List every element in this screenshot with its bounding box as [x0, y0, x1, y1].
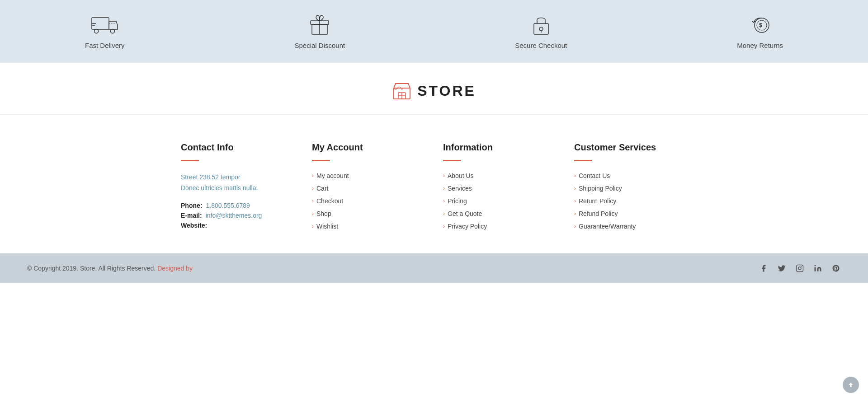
linkedin-icon[interactable]	[813, 263, 823, 273]
truck-icon	[91, 14, 118, 36]
services-link[interactable]: Services	[448, 185, 472, 192]
lock-icon	[528, 14, 555, 36]
phone-value: 1.800.555.6789	[206, 202, 250, 209]
designed-by-link[interactable]: Designed by	[157, 265, 193, 272]
privacy-policy-link[interactable]: Privacy Policy	[448, 223, 487, 230]
shop-link[interactable]: Shop	[316, 210, 331, 217]
svg-point-2	[110, 29, 114, 33]
get-a-quote-link[interactable]: Get a Quote	[448, 210, 482, 217]
facebook-icon[interactable]	[759, 263, 769, 273]
list-item: ›Pricing	[443, 197, 556, 205]
guarantee-warranty-link[interactable]: Guarantee/Warranty	[579, 223, 636, 230]
chevron-icon: ›	[312, 185, 314, 192]
feature-secure-checkout: Secure Checkout	[515, 14, 567, 49]
my-account-title: My Account	[312, 142, 425, 153]
list-item: ›Shipping Policy	[574, 185, 687, 192]
svg-point-20	[798, 267, 801, 270]
list-item: ›Refund Policy	[574, 210, 687, 217]
copyright-static: © Copyright 2019. Store. All Rights Rese…	[27, 265, 157, 272]
wishlist-link[interactable]: Wishlist	[316, 223, 338, 230]
information-links: ›About Us ›Services ›Pricing ›Get a Quot…	[443, 172, 556, 230]
money-returns-label: Money Returns	[737, 42, 783, 49]
contact-address: Street 238,52 tempor Donec ultricies mat…	[181, 172, 294, 194]
feature-money-returns: $ Money Returns	[737, 14, 783, 49]
return-policy-link[interactable]: Return Policy	[579, 197, 616, 205]
features-bar: Fast Delivery Special Discount Secure Ch…	[0, 0, 868, 63]
secure-checkout-label: Secure Checkout	[515, 42, 567, 49]
list-item: ›Get a Quote	[443, 210, 556, 217]
cart-link[interactable]: Cart	[316, 185, 328, 192]
twitter-icon[interactable]	[777, 263, 787, 273]
list-item: ›Services	[443, 185, 556, 192]
refund-policy-link[interactable]: Refund Policy	[579, 210, 618, 217]
chevron-icon: ›	[443, 210, 445, 217]
footer-inner: Contact Info Street 238,52 tempor Donec …	[163, 142, 705, 235]
checkout-link[interactable]: Checkout	[316, 197, 343, 205]
customer-services-links: ›Contact Us ›Shipping Policy ›Return Pol…	[574, 172, 687, 230]
contact-info-underline	[181, 160, 199, 161]
chevron-icon: ›	[574, 223, 576, 229]
chevron-icon: ›	[574, 198, 576, 204]
coins-icon: $	[746, 14, 774, 36]
footer-customer-services: Customer Services ›Contact Us ›Shipping …	[574, 142, 687, 235]
svg-rect-22	[815, 267, 816, 271]
email-label: E-mail:	[181, 212, 202, 219]
list-item: ›Wishlist	[312, 223, 425, 230]
information-underline	[443, 160, 461, 161]
feature-fast-delivery: Fast Delivery	[85, 14, 125, 49]
social-icons	[759, 263, 841, 273]
chevron-icon: ›	[312, 210, 314, 217]
my-account-underline	[312, 160, 330, 161]
list-item: ›Checkout	[312, 197, 425, 205]
chevron-icon: ›	[574, 210, 576, 217]
copyright-text: © Copyright 2019. Store. All Rights Rese…	[27, 265, 193, 272]
website-row: Website:	[181, 222, 294, 229]
contact-us-link[interactable]: Contact Us	[579, 172, 610, 179]
feature-special-discount: Special Discount	[295, 14, 345, 49]
information-title: Information	[443, 142, 556, 153]
my-account-link[interactable]: My account	[316, 172, 349, 179]
svg-point-1	[94, 29, 98, 33]
footer-my-account: My Account ›My account ›Cart ›Checkout ›…	[312, 142, 425, 235]
shipping-policy-link[interactable]: Shipping Policy	[579, 185, 622, 192]
list-item: ›Privacy Policy	[443, 223, 556, 230]
chevron-icon: ›	[443, 173, 445, 179]
logo[interactable]: STORE	[392, 81, 476, 101]
logo-section: STORE	[0, 63, 868, 115]
phone-label: Phone:	[181, 202, 202, 209]
svg-text:$: $	[759, 22, 762, 28]
logo-text: STORE	[417, 83, 476, 99]
pinterest-icon[interactable]	[831, 263, 841, 273]
address-line2: Donec ultricies mattis nulla.	[181, 184, 258, 192]
footer-information: Information ›About Us ›Services ›Pricing…	[443, 142, 556, 235]
chevron-icon: ›	[312, 173, 314, 179]
svg-point-23	[815, 265, 816, 266]
list-item: ›About Us	[443, 172, 556, 179]
list-item: ›Cart	[312, 185, 425, 192]
contact-info-title: Contact Info	[181, 142, 294, 153]
bottom-bar: © Copyright 2019. Store. All Rights Rese…	[0, 253, 868, 283]
chevron-icon: ›	[443, 223, 445, 229]
address-line1: Street 238,52 tempor	[181, 173, 241, 181]
special-discount-label: Special Discount	[295, 42, 345, 49]
chevron-icon: ›	[312, 223, 314, 229]
phone-row: Phone: 1.800.555.6789	[181, 202, 294, 209]
website-label: Website:	[181, 222, 207, 229]
customer-services-underline	[574, 160, 592, 161]
about-us-link[interactable]: About Us	[448, 172, 474, 179]
instagram-icon[interactable]	[795, 263, 805, 273]
fast-delivery-label: Fast Delivery	[85, 42, 125, 49]
list-item: ›Return Policy	[574, 197, 687, 205]
footer: Contact Info Street 238,52 tempor Donec …	[0, 115, 868, 253]
svg-point-10	[539, 27, 543, 31]
my-account-links: ›My account ›Cart ›Checkout ›Shop ›Wishl…	[312, 172, 425, 230]
chevron-icon: ›	[574, 185, 576, 192]
customer-services-title: Customer Services	[574, 142, 687, 153]
chevron-icon: ›	[312, 198, 314, 204]
svg-point-21	[801, 266, 802, 267]
store-logo-icon	[392, 81, 412, 101]
pricing-link[interactable]: Pricing	[448, 197, 467, 205]
footer-contact-info: Contact Info Street 238,52 tempor Donec …	[181, 142, 294, 235]
list-item: ›My account	[312, 172, 425, 179]
list-item: ›Contact Us	[574, 172, 687, 179]
